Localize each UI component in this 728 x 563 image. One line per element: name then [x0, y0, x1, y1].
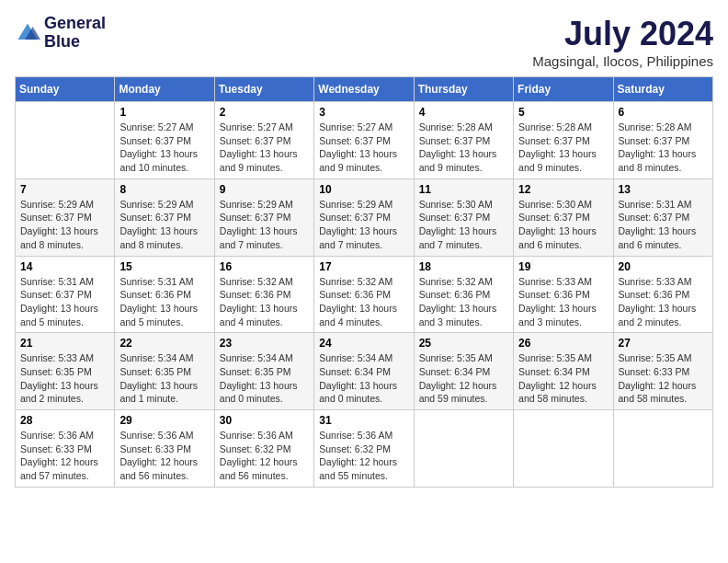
calendar-cell: 27Sunrise: 5:35 AMSunset: 6:33 PMDayligh…: [613, 333, 712, 410]
location-title: Magsingal, Ilocos, Philippines: [532, 53, 713, 69]
day-info: Sunrise: 5:29 AMSunset: 6:37 PMDaylight:…: [319, 198, 408, 252]
day-number: 3: [319, 106, 408, 119]
day-info: Sunrise: 5:36 AMSunset: 6:33 PMDaylight:…: [20, 429, 109, 483]
calendar-cell: 11Sunrise: 5:30 AMSunset: 6:37 PMDayligh…: [414, 178, 513, 256]
day-info: Sunrise: 5:35 AMSunset: 6:34 PMDaylight:…: [518, 351, 608, 406]
weekday-header-thursday: Thursday: [414, 77, 513, 102]
calendar-cell: 9Sunrise: 5:29 AMSunset: 6:37 PMDaylight…: [214, 178, 313, 256]
title-section: July 2024 Magsingal, Ilocos, Philippines: [532, 15, 713, 69]
day-number: 24: [319, 337, 408, 350]
weekday-header-friday: Friday: [514, 77, 613, 102]
day-info: Sunrise: 5:29 AMSunset: 6:37 PMDaylight:…: [119, 198, 209, 252]
day-number: 4: [419, 106, 508, 119]
calendar-cell: 5Sunrise: 5:28 AMSunset: 6:37 PMDaylight…: [514, 102, 613, 179]
day-number: 5: [518, 106, 608, 119]
day-number: 10: [319, 183, 408, 196]
day-info: Sunrise: 5:35 AMSunset: 6:34 PMDaylight:…: [419, 351, 508, 406]
day-info: Sunrise: 5:27 AMSunset: 6:37 PMDaylight:…: [220, 121, 309, 175]
day-number: 20: [619, 260, 708, 273]
calendar-body: 1Sunrise: 5:27 AMSunset: 6:37 PMDaylight…: [16, 102, 713, 488]
day-info: Sunrise: 5:34 AMSunset: 6:35 PMDaylight:…: [119, 351, 209, 406]
day-number: 7: [20, 183, 109, 196]
day-number: 15: [119, 260, 209, 273]
page-header: General Blue July 2024 Magsingal, Ilocos…: [15, 15, 713, 69]
day-info: Sunrise: 5:27 AMSunset: 6:37 PMDaylight:…: [119, 121, 209, 175]
week-row-2: 7Sunrise: 5:29 AMSunset: 6:37 PMDaylight…: [16, 178, 713, 256]
day-info: Sunrise: 5:33 AMSunset: 6:36 PMDaylight:…: [619, 275, 708, 329]
day-info: Sunrise: 5:36 AMSunset: 6:32 PMDaylight:…: [220, 429, 309, 483]
day-number: 8: [119, 183, 209, 196]
calendar-cell: 24Sunrise: 5:34 AMSunset: 6:34 PMDayligh…: [314, 333, 414, 410]
day-info: Sunrise: 5:33 AMSunset: 6:35 PMDaylight:…: [20, 351, 109, 406]
calendar-cell: 16Sunrise: 5:32 AMSunset: 6:36 PMDayligh…: [214, 256, 313, 333]
day-number: 16: [220, 260, 309, 273]
calendar-cell: 2Sunrise: 5:27 AMSunset: 6:37 PMDaylight…: [214, 102, 313, 179]
day-info: Sunrise: 5:31 AMSunset: 6:37 PMDaylight:…: [619, 198, 708, 252]
calendar-cell: [414, 410, 513, 488]
day-number: 30: [220, 414, 309, 427]
logo: General Blue: [15, 15, 106, 52]
day-number: 9: [220, 183, 309, 196]
weekday-header-row: SundayMondayTuesdayWednesdayThursdayFrid…: [16, 77, 713, 102]
calendar-cell: 26Sunrise: 5:35 AMSunset: 6:34 PMDayligh…: [514, 333, 613, 410]
calendar-cell: 14Sunrise: 5:31 AMSunset: 6:37 PMDayligh…: [16, 256, 115, 333]
day-number: 12: [518, 183, 608, 196]
calendar-cell: [16, 102, 115, 179]
calendar-cell: 29Sunrise: 5:36 AMSunset: 6:33 PMDayligh…: [115, 410, 214, 488]
day-number: 6: [619, 106, 708, 119]
day-number: 25: [419, 337, 508, 350]
calendar-cell: 28Sunrise: 5:36 AMSunset: 6:33 PMDayligh…: [16, 410, 115, 488]
day-info: Sunrise: 5:34 AMSunset: 6:35 PMDaylight:…: [220, 351, 309, 406]
week-row-4: 21Sunrise: 5:33 AMSunset: 6:35 PMDayligh…: [16, 333, 713, 410]
calendar-cell: 21Sunrise: 5:33 AMSunset: 6:35 PMDayligh…: [16, 333, 115, 410]
calendar-cell: 7Sunrise: 5:29 AMSunset: 6:37 PMDaylight…: [16, 178, 115, 256]
day-info: Sunrise: 5:31 AMSunset: 6:36 PMDaylight:…: [119, 275, 209, 329]
calendar-cell: 6Sunrise: 5:28 AMSunset: 6:37 PMDaylight…: [613, 102, 712, 179]
day-info: Sunrise: 5:33 AMSunset: 6:36 PMDaylight:…: [518, 275, 608, 329]
calendar-cell: 4Sunrise: 5:28 AMSunset: 6:37 PMDaylight…: [414, 102, 513, 179]
calendar-cell: 17Sunrise: 5:32 AMSunset: 6:36 PMDayligh…: [314, 256, 414, 333]
day-info: Sunrise: 5:28 AMSunset: 6:37 PMDaylight:…: [518, 121, 608, 175]
day-number: 21: [20, 337, 109, 350]
calendar-cell: 3Sunrise: 5:27 AMSunset: 6:37 PMDaylight…: [314, 102, 414, 179]
day-number: 28: [20, 414, 109, 427]
calendar-cell: 1Sunrise: 5:27 AMSunset: 6:37 PMDaylight…: [115, 102, 214, 179]
day-number: 27: [619, 337, 708, 350]
week-row-5: 28Sunrise: 5:36 AMSunset: 6:33 PMDayligh…: [16, 410, 713, 488]
day-info: Sunrise: 5:35 AMSunset: 6:33 PMDaylight:…: [619, 351, 708, 406]
day-info: Sunrise: 5:31 AMSunset: 6:37 PMDaylight:…: [20, 275, 109, 329]
calendar-cell: [613, 410, 712, 488]
calendar-table: SundayMondayTuesdayWednesdayThursdayFrid…: [15, 76, 713, 488]
calendar-cell: 20Sunrise: 5:33 AMSunset: 6:36 PMDayligh…: [613, 256, 712, 333]
weekday-header-sunday: Sunday: [16, 77, 115, 102]
day-info: Sunrise: 5:30 AMSunset: 6:37 PMDaylight:…: [518, 198, 608, 252]
day-info: Sunrise: 5:28 AMSunset: 6:37 PMDaylight:…: [419, 121, 508, 175]
day-info: Sunrise: 5:36 AMSunset: 6:33 PMDaylight:…: [119, 429, 209, 483]
calendar-cell: 22Sunrise: 5:34 AMSunset: 6:35 PMDayligh…: [115, 333, 214, 410]
day-info: Sunrise: 5:29 AMSunset: 6:37 PMDaylight:…: [20, 198, 109, 252]
calendar-cell: 10Sunrise: 5:29 AMSunset: 6:37 PMDayligh…: [314, 178, 414, 256]
day-info: Sunrise: 5:28 AMSunset: 6:37 PMDaylight:…: [619, 121, 708, 175]
day-number: 18: [419, 260, 508, 273]
calendar-cell: 31Sunrise: 5:36 AMSunset: 6:32 PMDayligh…: [314, 410, 414, 488]
calendar-cell: [514, 410, 613, 488]
week-row-1: 1Sunrise: 5:27 AMSunset: 6:37 PMDaylight…: [16, 102, 713, 179]
logo-icon: [15, 20, 40, 46]
day-info: Sunrise: 5:34 AMSunset: 6:34 PMDaylight:…: [319, 351, 408, 406]
calendar-cell: 18Sunrise: 5:32 AMSunset: 6:36 PMDayligh…: [414, 256, 513, 333]
day-number: 31: [319, 414, 408, 427]
day-info: Sunrise: 5:32 AMSunset: 6:36 PMDaylight:…: [419, 275, 508, 329]
day-number: 26: [518, 337, 608, 350]
calendar-cell: 25Sunrise: 5:35 AMSunset: 6:34 PMDayligh…: [414, 333, 513, 410]
day-info: Sunrise: 5:32 AMSunset: 6:36 PMDaylight:…: [220, 275, 309, 329]
day-info: Sunrise: 5:27 AMSunset: 6:37 PMDaylight:…: [319, 121, 408, 175]
calendar-cell: 8Sunrise: 5:29 AMSunset: 6:37 PMDaylight…: [115, 178, 214, 256]
day-number: 14: [20, 260, 109, 273]
weekday-header-tuesday: Tuesday: [214, 77, 313, 102]
week-row-3: 14Sunrise: 5:31 AMSunset: 6:37 PMDayligh…: [16, 256, 713, 333]
day-number: 23: [220, 337, 309, 350]
weekday-header-saturday: Saturday: [613, 77, 712, 102]
month-title: July 2024: [532, 15, 713, 53]
day-number: 29: [119, 414, 209, 427]
day-number: 13: [619, 183, 708, 196]
